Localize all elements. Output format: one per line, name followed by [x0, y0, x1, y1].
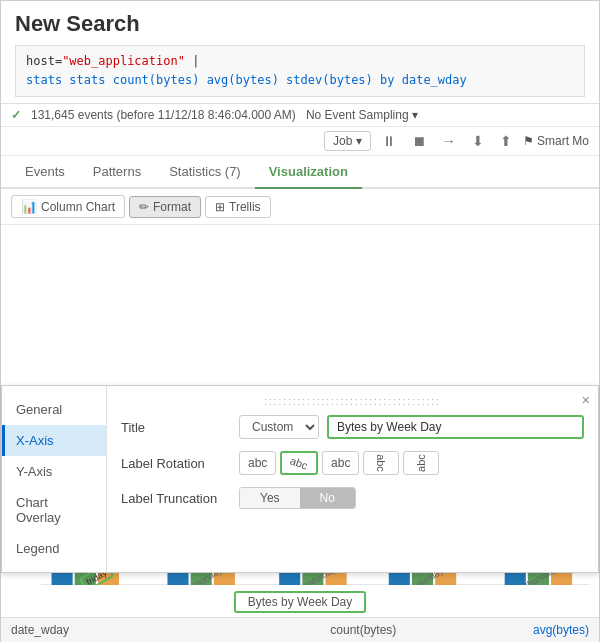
nav-y-axis[interactable]: Y-Axis — [2, 456, 106, 487]
col-header-count-bytes: count(bytes) — [204, 623, 397, 637]
rotation-row: Label Rotation abc abc abc abc abc — [121, 451, 584, 475]
rotation-btn-3[interactable]: abc — [363, 451, 399, 475]
panel-close-button[interactable]: × — [582, 392, 590, 408]
sub-toolbar: 📊 Column Chart ✏ Format ⊞ Trellis — [1, 189, 599, 225]
col-header-date-wday: date_wday — [11, 623, 204, 637]
truncation-toggle: Yes No — [239, 487, 356, 509]
rotation-label: Label Rotation — [121, 456, 231, 471]
title-row: Title Custom Auto — [121, 415, 584, 439]
query-host-value: "web_application" — [62, 54, 185, 68]
nav-legend[interactable]: Legend — [2, 533, 106, 564]
tab-visualization[interactable]: Visualization — [255, 156, 362, 189]
export-button[interactable]: ⬆ — [495, 131, 517, 151]
title-dropdown[interactable]: Custom Auto — [239, 415, 319, 439]
rotation-btn-0[interactable]: abc — [239, 451, 276, 475]
tab-events[interactable]: Events — [11, 156, 79, 189]
status-check-icon: ✓ — [11, 108, 21, 122]
truncation-label: Label Truncation — [121, 491, 231, 506]
legend-text: Bytes by Week Day — [234, 591, 366, 613]
column-chart-button[interactable]: 📊 Column Chart — [11, 195, 125, 218]
rotation-btn-2[interactable]: abc — [322, 451, 359, 475]
rotation-btn-1[interactable]: abc — [280, 451, 318, 475]
job-button[interactable]: Job ▾ — [324, 131, 371, 151]
nav-chart-overlay[interactable]: ChartOverlay — [2, 487, 106, 533]
title-label: Title — [121, 420, 231, 435]
trellis-label: Trellis — [229, 200, 261, 214]
column-chart-icon: 📊 — [21, 199, 37, 214]
query-line2: stats stats count(bytes) avg(bytes) stde… — [26, 71, 574, 90]
page-title: New Search — [15, 11, 585, 37]
format-label: Format — [153, 200, 191, 214]
tab-statistics[interactable]: Statistics (7) — [155, 156, 255, 189]
format-panel: General X-Axis Y-Axis ChartOverlay Legen… — [1, 385, 599, 573]
sampling-button[interactable]: No Event Sampling ▾ — [306, 108, 418, 122]
status-bar: ✓ 131,645 events (before 11/12/18 8:46:0… — [1, 104, 599, 127]
rotation-btn-4[interactable]: abc — [403, 451, 439, 475]
main-tabs: Events Patterns Statistics (7) Visualiza… — [1, 156, 599, 189]
trellis-icon: ⊞ — [215, 200, 225, 214]
download-button[interactable]: ⬇ — [467, 131, 489, 151]
page-container: New Search host="web_application" | stat… — [0, 0, 600, 642]
query-stats: stats — [26, 73, 69, 87]
column-chart-label: Column Chart — [41, 200, 115, 214]
smart-mode-label: ⚑ Smart Mo — [523, 134, 589, 148]
query-pipe: | — [185, 54, 199, 68]
nav-x-axis[interactable]: X-Axis — [2, 425, 106, 456]
pencil-icon: ✏ — [139, 200, 149, 214]
viz-area: General X-Axis Y-Axis ChartOverlay Legen… — [1, 385, 599, 617]
events-count-text: 131,645 events (before 11/12/18 8:46:04.… — [31, 108, 296, 122]
truncation-row: Label Truncation Yes No — [121, 487, 584, 509]
rotation-options: abc abc abc abc abc — [239, 451, 439, 475]
nav-general[interactable]: General — [2, 394, 106, 425]
query-line1: host="web_application" | — [26, 52, 574, 71]
truncation-no-btn[interactable]: No — [300, 488, 355, 508]
pause-button[interactable]: ⏸ — [377, 131, 401, 151]
stop-button[interactable]: ⏹ — [407, 131, 431, 151]
panel-sidebar: General X-Axis Y-Axis ChartOverlay Legen… — [2, 386, 107, 572]
table-header: date_wday count(bytes) avg(bytes) — [1, 618, 599, 642]
data-table: date_wday count(bytes) avg(bytes) friday… — [1, 617, 599, 642]
chart-legend: Bytes by Week Day — [1, 585, 599, 617]
toolbar: Job ▾ ⏸ ⏹ → ⬇ ⬆ ⚑ Smart Mo — [1, 127, 599, 156]
query-body: stats count(bytes) avg(bytes) stdev(byte… — [69, 73, 466, 87]
truncation-yes-btn[interactable]: Yes — [240, 488, 300, 508]
panel-content: ::::::::::::::::::::::::::::::::::::: × … — [107, 386, 598, 572]
forward-button[interactable]: → — [437, 131, 461, 151]
col-header-avg-bytes: avg(bytes) — [396, 623, 589, 637]
query-host-key: host= — [26, 54, 62, 68]
format-button[interactable]: ✏ Format — [129, 196, 201, 218]
page-header: New Search host="web_application" | stat… — [1, 1, 599, 104]
drag-handle: ::::::::::::::::::::::::::::::::::::: — [121, 396, 584, 407]
query-area[interactable]: host="web_application" | stats stats cou… — [15, 45, 585, 97]
title-input[interactable] — [327, 415, 584, 439]
trellis-button[interactable]: ⊞ Trellis — [205, 196, 271, 218]
tab-patterns[interactable]: Patterns — [79, 156, 155, 189]
